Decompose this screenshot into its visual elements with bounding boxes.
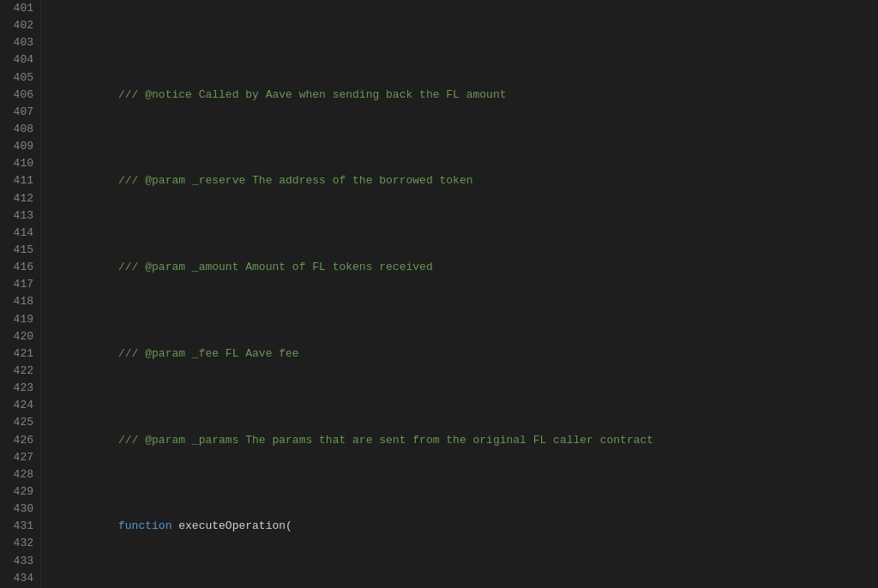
code-content: /// @notice Called by Aave when sending … <box>41 0 878 588</box>
line-numbers: 401 402 403 404 405 406 407 408 409 410 … <box>0 0 41 588</box>
line-404: /// @param _fee FL Aave fee <box>51 328 878 345</box>
line-405: /// @param _params The params that are s… <box>51 414 878 431</box>
line-403: /// @param _amount Amount of FL tokens r… <box>51 242 878 259</box>
line-406: function executeOperation( <box>51 501 878 518</box>
line-402: /// @param _reserve The address of the b… <box>51 155 878 172</box>
code-editor: 401 402 403 404 405 406 407 408 409 410 … <box>0 0 878 588</box>
line-401: /// @notice Called by Aave when sending … <box>51 69 878 87</box>
